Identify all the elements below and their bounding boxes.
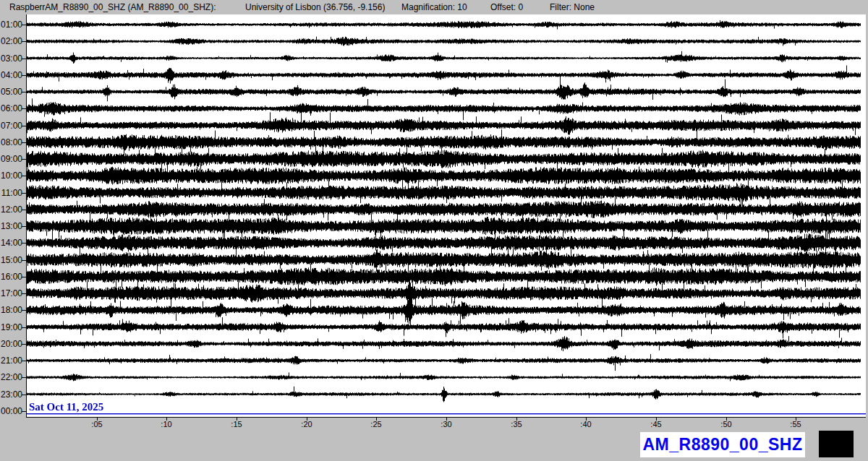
hour-tick [22, 310, 27, 311]
station-name-box[interactable]: AM_R8890_00_SHZ [640, 432, 805, 457]
minute-label: :10 [156, 420, 177, 428]
hour-tick [22, 327, 27, 328]
minute-label: :55 [785, 420, 807, 428]
hour-tick [22, 395, 27, 395]
hour-tick [22, 126, 27, 126]
helicorder-plot[interactable] [27, 14, 866, 417]
hour-label: 07:00 [0, 121, 22, 131]
filter-value: Filter: None [550, 2, 595, 12]
hour-label: 23:00 [0, 389, 22, 400]
hour-tick [22, 361, 27, 361]
hour-label: 05:00 [0, 87, 22, 97]
hour-label: 11:00 [0, 188, 22, 198]
minute-label: :05 [86, 420, 108, 428]
hour-tick [22, 411, 27, 412]
hour-tick [22, 226, 27, 227]
hour-label: 09:00 [0, 154, 22, 164]
hour-tick [22, 260, 27, 261]
hour-tick [22, 176, 27, 176]
hour-label: 04:00 [0, 70, 22, 80]
hour-tick [22, 344, 27, 345]
date-label: Sat Oct 11, 2025 [29, 401, 103, 413]
minute-label: :35 [506, 420, 527, 428]
station-name-label: AM_R8890_00_SHZ [642, 435, 802, 454]
hour-tick [22, 159, 27, 160]
minute-label: :45 [645, 420, 667, 428]
offset-value: Offset: 0 [490, 2, 523, 12]
station-title: RaspberrAM_R8890_00_SHZ (AM_R8890_00_SHZ… [9, 2, 216, 12]
hour-tick [22, 243, 27, 244]
minute-label: :40 [575, 420, 597, 428]
hour-label: 15:00 [0, 255, 22, 265]
hour-label: 02:00 [0, 36, 22, 46]
hour-label: 22:00 [0, 372, 22, 382]
hour-label: 10:00 [0, 171, 22, 181]
hour-tick [22, 277, 27, 277]
hour-tick [22, 59, 27, 59]
minute-label: :15 [226, 420, 247, 428]
hour-label: 13:00 [0, 221, 22, 231]
minute-label: :20 [296, 420, 318, 428]
hour-tick [22, 377, 27, 378]
hour-tick [22, 293, 27, 294]
hour-tick [22, 108, 27, 109]
hour-label: 08:00 [0, 137, 22, 147]
hour-label: 21:00 [0, 356, 22, 366]
magnification-value: Magnification: 10 [401, 2, 467, 12]
network-description: University of Lisbon (36.756, -9.156) [245, 2, 385, 12]
hour-label: 18:00 [0, 305, 22, 315]
hour-tick [22, 41, 27, 42]
minute-label: :50 [715, 420, 737, 428]
hour-label: 19:00 [0, 322, 22, 332]
minute-label: :25 [365, 420, 387, 428]
hour-tick [22, 193, 27, 194]
hour-label: 20:00 [0, 339, 22, 349]
hour-tick [22, 142, 27, 143]
hour-label: 01:00 [0, 20, 22, 30]
hour-tick [22, 75, 27, 76]
hour-tick [22, 210, 27, 210]
hour-label: 16:00 [0, 272, 22, 282]
hour-tick [22, 92, 27, 92]
hour-tick [22, 25, 27, 25]
helicorder-canvas[interactable] [27, 14, 866, 417]
hour-label: 12:00 [0, 204, 22, 215]
hour-label: 17:00 [0, 288, 22, 298]
hour-label: 14:00 [0, 238, 22, 248]
recording-status-box[interactable] [819, 431, 854, 457]
minute-label: :30 [435, 420, 457, 428]
hour-label: 03:00 [0, 53, 22, 64]
hour-label: 06:00 [0, 103, 22, 113]
hour-label: 00:00 [0, 406, 22, 416]
